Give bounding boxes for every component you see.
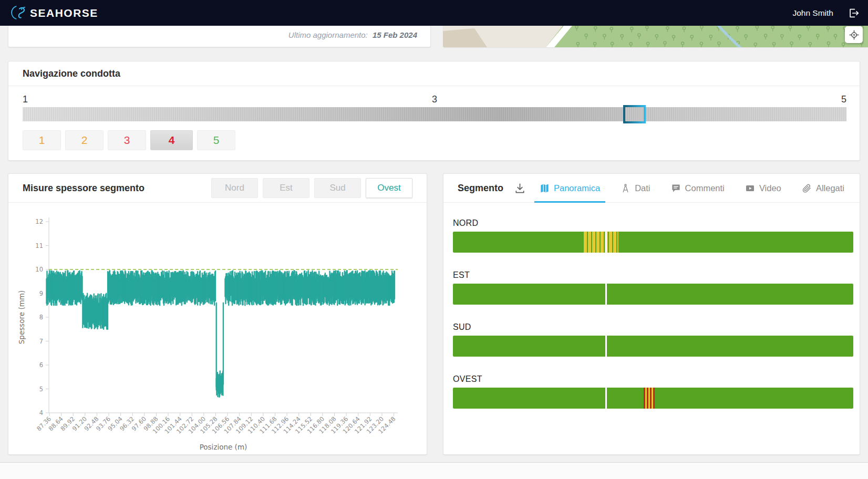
- measurements-header: Misure spessore segmento Nord Est Sud Ov…: [8, 174, 427, 203]
- segment-button-4[interactable]: 4: [150, 130, 193, 150]
- measurements-title: Misure spessore segmento: [23, 183, 144, 194]
- scale-label-start: 1: [23, 94, 28, 105]
- svg-text:11: 11: [35, 242, 43, 249]
- joint-divider: [605, 232, 607, 253]
- crosshair-locate-icon: [849, 29, 860, 40]
- svg-text:9: 9: [39, 290, 43, 297]
- tab-video-label: Video: [759, 183, 781, 193]
- page-footer-strip: [0, 462, 868, 479]
- segment-title: Segmento: [458, 183, 503, 194]
- paperclip-icon: [802, 183, 812, 193]
- direction-button-nord[interactable]: Nord: [211, 178, 258, 198]
- map-canvas[interactable]: [443, 26, 868, 47]
- segment-number-buttons: 1 2 3 4 5: [23, 130, 235, 150]
- tab-allegati-label: Allegati: [816, 183, 844, 193]
- thickness-measurements-card: Misure spessore segmento Nord Est Sud Ov…: [8, 173, 427, 455]
- map-card: [443, 26, 868, 47]
- locate-button[interactable]: [845, 26, 863, 43]
- last-update-value: 15 Feb 2024: [373, 30, 417, 39]
- tab-panoramica-label: Panoramica: [554, 183, 600, 193]
- direction-button-sud[interactable]: Sud: [314, 178, 361, 198]
- compass-icon: [621, 183, 631, 193]
- segment-panel-card: Segmento Panoramica Dati Commenti Video …: [443, 173, 860, 455]
- last-update-card: Ultimo aggiornamento: 15 Feb 2024: [8, 26, 431, 47]
- pipeline-navigation-card: Navigazione condotta 1 3 5 1 2 3 4 5: [8, 61, 860, 161]
- scale-label-middle: 3: [432, 94, 437, 105]
- slider-scale-labels: 1 3 5: [23, 94, 846, 106]
- svg-text:7: 7: [39, 338, 43, 345]
- tab-video[interactable]: Video: [745, 174, 781, 203]
- tab-allegati[interactable]: Allegati: [802, 174, 844, 203]
- joint-divider: [605, 336, 607, 357]
- direction-button-est[interactable]: Est: [263, 178, 309, 198]
- svg-text:8: 8: [39, 314, 43, 321]
- segment-button-2[interactable]: 2: [65, 130, 104, 150]
- bar-group-sud: SUD: [453, 322, 853, 357]
- svg-text:5: 5: [39, 386, 43, 393]
- joint-divider: [605, 284, 607, 305]
- joint-divider: [605, 388, 607, 409]
- tab-commenti-label: Commenti: [685, 183, 725, 193]
- navbar: SEAHORSE John Smith: [0, 0, 868, 26]
- segment-header: Segmento Panoramica Dati Commenti Video …: [443, 174, 860, 203]
- anomaly-warning[interactable]: [584, 232, 618, 253]
- bar-group-est: EST: [453, 270, 853, 305]
- navigation-header: Navigazione condotta: [8, 61, 860, 86]
- bar-label-ovest: OVEST: [453, 374, 853, 384]
- brand-title: SEAHORSE: [30, 7, 98, 19]
- segment-button-5[interactable]: 5: [197, 130, 235, 150]
- status-bar-est[interactable]: [453, 284, 853, 305]
- svg-text:4: 4: [39, 409, 43, 416]
- svg-text:6: 6: [39, 361, 43, 369]
- tab-panoramica[interactable]: Panoramica: [540, 174, 600, 203]
- status-bar-nord[interactable]: [453, 232, 853, 253]
- user-name[interactable]: John Smith: [792, 8, 833, 18]
- pipeline-slider-track[interactable]: [23, 107, 846, 121]
- direction-buttons: Nord Est Sud Ovest: [211, 178, 412, 198]
- video-icon: [745, 183, 755, 193]
- bar-group-nord: NORD: [453, 218, 853, 253]
- last-update-text: Ultimo aggiornamento: 15 Feb 2024: [288, 30, 417, 39]
- download-icon[interactable]: [514, 182, 526, 194]
- navigation-title: Navigazione condotta: [23, 68, 120, 79]
- svg-text:10: 10: [35, 266, 43, 273]
- anomaly-critical[interactable]: [644, 388, 655, 409]
- last-update-label: Ultimo aggiornamento:: [288, 30, 368, 39]
- tab-dati[interactable]: Dati: [621, 174, 650, 203]
- bar-label-nord: NORD: [453, 218, 853, 228]
- svg-text:Posizione (m): Posizione (m): [200, 443, 247, 451]
- direction-button-ovest[interactable]: Ovest: [366, 178, 412, 198]
- seahorse-logo-icon: [11, 5, 27, 22]
- tab-dati-label: Dati: [635, 183, 650, 193]
- comment-icon: [671, 183, 681, 193]
- status-bar-ovest[interactable]: [453, 388, 853, 409]
- svg-text:12: 12: [35, 218, 43, 225]
- bar-label-sud: SUD: [453, 322, 853, 332]
- thickness-scatter-chart[interactable]: 45678910111287.3688.6489.9291.2092.4893.…: [8, 203, 428, 455]
- segment-tabs: Panoramica Dati Commenti Video Allegati: [540, 174, 845, 203]
- slider-selection-box[interactable]: [623, 105, 646, 123]
- svg-text:Spessore (mm): Spessore (mm): [17, 290, 26, 344]
- logout-icon[interactable]: [848, 7, 860, 19]
- bar-group-ovest: OVEST: [453, 374, 853, 409]
- bar-label-est: EST: [453, 270, 853, 280]
- segment-button-3[interactable]: 3: [108, 130, 146, 150]
- map-icon: [540, 183, 550, 193]
- segment-button-1[interactable]: 1: [23, 130, 61, 150]
- status-bar-sud[interactable]: [453, 336, 853, 357]
- tab-commenti[interactable]: Commenti: [671, 174, 725, 203]
- segment-status-bars: NORD EST SUD OVEST: [453, 218, 853, 426]
- scale-label-end: 5: [841, 94, 846, 105]
